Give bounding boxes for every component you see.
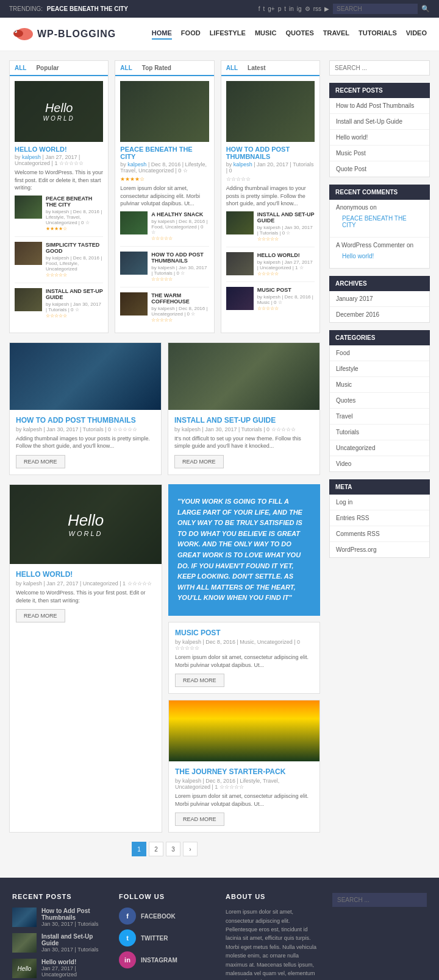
page-2[interactable]: 2: [149, 842, 163, 856]
search-icon[interactable]: 🔍: [421, 5, 430, 13]
hello-post-title[interactable]: HELLO WORLD!: [16, 570, 155, 579]
thumbnails-read-more[interactable]: READ MORE: [16, 455, 65, 468]
top-search-input[interactable]: [333, 4, 418, 14]
footer-post-link-1[interactable]: How to Add Post Thumbnails: [41, 908, 90, 921]
hello-info: Hello world! by kalpesh | Jan 27, 2017 |…: [257, 252, 315, 277]
meta-wordpress[interactable]: WordPress.org: [330, 542, 429, 557]
cat-travel[interactable]: Travel: [330, 409, 429, 425]
instagram-label[interactable]: INSTAGRAM: [141, 957, 177, 964]
footer-post-info-3: Hello world! Jan 27, 2017 | Uncategorize…: [41, 959, 107, 978]
nav-video[interactable]: VIDEO: [406, 29, 427, 40]
archive-dec-2016[interactable]: December 2016: [330, 307, 429, 322]
meta-entries-rss[interactable]: Entries RSS: [330, 510, 429, 526]
popular-featured-author[interactable]: kalpesh: [22, 154, 41, 160]
coffehouse-stars: ☆☆☆☆☆: [151, 317, 209, 323]
journey-post-title[interactable]: THE JOURNEY STARTER-PACK: [175, 767, 313, 776]
install-big-title[interactable]: INSTALL AND SET-UP GUIDE: [174, 416, 313, 425]
install-meta: by kalpesh | Jan 30, 2017 | Tutorials | …: [46, 301, 103, 312]
footer-about-text: Lorem ipsum dolor sit amet, consectetur …: [226, 908, 320, 980]
nav-home[interactable]: HOME: [152, 29, 172, 40]
journey-post-excerpt: Lorem ipsum dolor sit amet, consectetur …: [175, 792, 313, 808]
peace-title[interactable]: PEACE BENEATH THE CITY: [46, 196, 103, 208]
snack-meta: by kalpesh | Dec 8, 2016 | Food, Uncateg…: [151, 219, 209, 235]
comment-1-link[interactable]: PEACE BENEATH THE CITY: [336, 211, 423, 233]
twitter-label[interactable]: TWITTER: [141, 935, 168, 942]
installguide-title[interactable]: Install and Set-Up Guide: [257, 211, 315, 224]
install-read-more[interactable]: READ MORE: [174, 455, 224, 468]
toprated-featured-author[interactable]: kalpesh: [127, 161, 146, 167]
coffehouse-info: THE WARM COFFEHOUSE by kalpesh | Dec 8, …: [151, 292, 209, 323]
meta-comments-rss[interactable]: Comments RSS: [330, 526, 429, 542]
thumbnails-title[interactable]: How to Add Post Thumbnails: [151, 252, 209, 264]
journey-read-more[interactable]: READ MORE: [175, 813, 224, 826]
cat-food[interactable]: Food: [330, 345, 429, 361]
sidebar-search: [329, 60, 430, 76]
nav-music[interactable]: MUSIC: [255, 29, 276, 40]
nav-tutorials[interactable]: TUTORIALS: [359, 29, 397, 40]
page-1[interactable]: 1: [132, 842, 146, 856]
latest-featured-author[interactable]: kalpesh: [234, 161, 252, 167]
tab-latest[interactable]: Latest: [243, 61, 270, 75]
tab-all-latest[interactable]: ALL: [221, 61, 243, 76]
hello-title[interactable]: Hello world!: [257, 252, 315, 258]
instagram-icon[interactable]: in: [119, 951, 136, 968]
archive-jan-2017[interactable]: January 2017: [330, 291, 429, 307]
cat-video[interactable]: Video: [330, 456, 429, 471]
hello-thumb: [226, 252, 254, 275]
sidebar-item-how-to-add[interactable]: How to Add Post Thumbnails: [330, 98, 429, 114]
snack-title[interactable]: A HEALTHY SNACK: [151, 211, 209, 217]
nav-lifestyle[interactable]: LIFESTYLE: [210, 29, 246, 40]
tab-all-popular[interactable]: ALL: [10, 61, 31, 76]
facebook-label[interactable]: FACEBOOK: [141, 913, 176, 920]
music-title[interactable]: Music Post: [257, 287, 315, 293]
cat-uncategorized[interactable]: Uncategorized: [330, 440, 429, 456]
music-post-title[interactable]: MUSIC POST: [175, 629, 313, 637]
toprated-featured-title[interactable]: PEACE BENEATH THE CITY: [120, 146, 209, 160]
nav-quotes[interactable]: QUOTES: [285, 29, 313, 40]
meta-login[interactable]: Log in: [330, 495, 429, 510]
nav-travel[interactable]: TRAVEL: [323, 29, 349, 40]
coffehouse-title[interactable]: THE WARM COFFEHOUSE: [151, 292, 209, 305]
twitter-icon[interactable]: t: [119, 929, 136, 947]
cat-music[interactable]: Music: [330, 377, 429, 393]
rss-icon: rss: [313, 5, 321, 12]
page-next[interactable]: ›: [183, 842, 198, 856]
nav-food[interactable]: FOOD: [181, 29, 201, 40]
tab-all-toprated[interactable]: ALL: [115, 61, 137, 76]
big-posts-row: HOW TO ADD POST THUMBNAILS by kalpesh | …: [9, 342, 320, 475]
install-title[interactable]: Install and Set-Up Guide: [46, 288, 103, 300]
footer-post-link-2[interactable]: Install and Set-Up Guide: [41, 933, 93, 947]
tab-toprated[interactable]: Top Rated: [137, 61, 176, 75]
cat-lifestyle[interactable]: Lifestyle: [330, 361, 429, 377]
footer-search-input[interactable]: [332, 893, 427, 907]
comment-2-link[interactable]: Hello world!: [336, 249, 423, 264]
thumbnails-big-title[interactable]: HOW TO ADD POST THUMBNAILS: [16, 416, 155, 425]
sidebar-item-quote[interactable]: Quote Post: [330, 161, 429, 177]
comment-2: A WordPress Commenter on Hello world!: [330, 238, 429, 268]
thumbnails-thumb: [120, 252, 148, 275]
popular-featured-title[interactable]: HELLO WORLD!: [15, 146, 103, 153]
cat-tutorials[interactable]: Tutorials: [330, 425, 429, 440]
simplicity-title[interactable]: SIMPLICITY TASTED GOOD: [46, 242, 103, 254]
sidebar-item-music[interactable]: Music Post: [330, 146, 429, 161]
cat-quotes[interactable]: Quotes: [330, 393, 429, 409]
peace-thumb: [15, 196, 42, 219]
hello-overlay: Hello WORLD: [15, 81, 103, 142]
facebook-icon[interactable]: f: [119, 908, 136, 925]
music-read-more[interactable]: READ MORE: [175, 674, 224, 687]
latest-featured-title[interactable]: HOW TO ADD POST THUMBNAILS: [226, 146, 315, 160]
sidebar-item-hello[interactable]: Hello world!: [330, 130, 429, 146]
hello-post-meta: by kalpesh | Jan 27, 2017 | Uncategorize…: [16, 580, 155, 587]
latest-tab-content: HOW TO ADD POST THUMBNAILS by kalpesh | …: [221, 76, 319, 321]
footer-about: ABOUT US Lorem ipsum dolor sit amet, con…: [226, 893, 320, 980]
comment-count: 1: [54, 160, 57, 166]
popular-tab-col: ALL Popular Hello WORLD HELLO WORLD! by …: [9, 60, 109, 333]
music-post-body: MUSIC POST by kalpesh | Dec 8, 2016 | Mu…: [169, 622, 319, 693]
page-3[interactable]: 3: [166, 842, 180, 856]
tab-popular[interactable]: Popular: [31, 61, 63, 75]
sidebar-item-install[interactable]: Install and Set-Up Guide: [330, 114, 429, 130]
list-item: Install and Set-Up Guide by kalpesh | Ja…: [226, 211, 315, 247]
sidebar-search-input[interactable]: [329, 60, 430, 76]
footer-post-link-3[interactable]: Hello world!: [41, 959, 76, 965]
hello-read-more[interactable]: READ MORE: [16, 609, 65, 622]
